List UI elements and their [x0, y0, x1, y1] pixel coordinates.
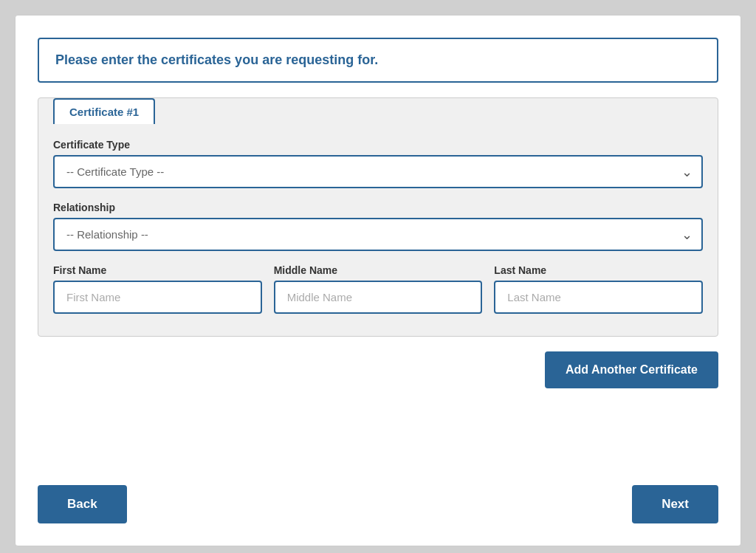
certificate-type-select[interactable]: -- Certificate Type --	[53, 155, 703, 188]
certificate-type-select-wrapper: -- Certificate Type -- ⌄	[53, 155, 703, 188]
page-container: Please enter the certificates you are re…	[15, 15, 741, 546]
certificate-type-label: Certificate Type	[53, 139, 703, 151]
info-banner-text: Please enter the certificates you are re…	[55, 52, 378, 67]
last-name-group: Last Name	[494, 264, 703, 314]
add-another-certificate-button[interactable]: Add Another Certificate	[545, 351, 718, 388]
last-name-label: Last Name	[494, 264, 703, 276]
middle-name-label: Middle Name	[274, 264, 483, 276]
back-button[interactable]: Back	[38, 485, 127, 523]
certificate-type-group: Certificate Type -- Certificate Type -- …	[53, 139, 703, 188]
last-name-input[interactable]	[494, 281, 703, 314]
first-name-input[interactable]	[53, 281, 262, 314]
relationship-group: Relationship -- Relationship -- ⌄	[53, 202, 703, 251]
add-certificate-row: Add Another Certificate	[38, 351, 718, 388]
first-name-label: First Name	[53, 264, 262, 276]
middle-name-input[interactable]	[274, 281, 483, 314]
first-name-group: First Name	[53, 264, 262, 314]
relationship-select[interactable]: -- Relationship --	[53, 218, 703, 251]
next-button[interactable]: Next	[632, 485, 718, 523]
relationship-label: Relationship	[53, 202, 703, 213]
name-row: First Name Middle Name Last Name	[53, 264, 703, 314]
middle-name-group: Middle Name	[274, 264, 483, 314]
nav-row: Back Next	[38, 485, 718, 523]
certificate-form: Certificate Type -- Certificate Type -- …	[38, 139, 718, 314]
certificate-section: Certificate #1 Certificate Type -- Certi…	[38, 97, 718, 337]
certificate-tab[interactable]: Certificate #1	[53, 98, 155, 124]
info-banner: Please enter the certificates you are re…	[38, 38, 718, 83]
relationship-select-wrapper: -- Relationship -- ⌄	[53, 218, 703, 251]
